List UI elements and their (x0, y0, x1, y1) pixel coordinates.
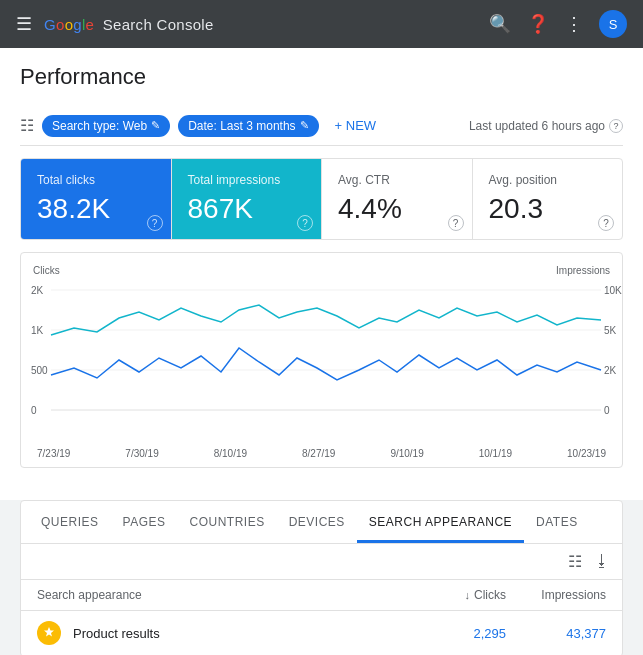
row-product-results-impressions: 43,377 (506, 626, 606, 641)
tab-dates[interactable]: DATES (524, 501, 590, 543)
date-chip[interactable]: Date: Last 3 months ✎ (178, 115, 318, 137)
app-header: ☰ Google Search Console 🔍 ❓ ⋮ S (0, 0, 643, 48)
svg-text:1K: 1K (31, 325, 44, 336)
table-row: Product results 2,295 43,377 (21, 611, 622, 655)
metrics-row: Total clicks 38.2K ? Total impressions 8… (20, 158, 623, 240)
chart-axis-labels: Clicks Impressions (29, 265, 614, 276)
left-axis-label: Clicks (33, 265, 60, 276)
total-clicks-card: Total clicks 38.2K ? (21, 159, 172, 239)
filter-bar: ☷ Search type: Web ✎ Date: Last 3 months… (20, 106, 623, 146)
tabs-row: QUERIES PAGES COUNTRIES DEVICES SEARCH A… (21, 501, 622, 544)
date-label-2: 7/30/19 (125, 448, 158, 459)
row-product-results-label: Product results (73, 626, 406, 641)
total-impressions-value: 867K (188, 193, 306, 225)
avg-ctr-label: Avg. CTR (338, 173, 456, 187)
date-label-3: 8/10/19 (214, 448, 247, 459)
svg-text:2K: 2K (31, 285, 44, 296)
svg-text:500: 500 (31, 365, 48, 376)
svg-text:5K: 5K (604, 325, 617, 336)
table-toolbar: ☷ ⭳ (21, 544, 622, 580)
right-axis-label: Impressions (556, 265, 610, 276)
avg-position-card: Avg. position 20.3 ? (473, 159, 623, 239)
tab-queries[interactable]: QUERIES (29, 501, 111, 543)
col-header-clicks[interactable]: ↓ Clicks (406, 588, 506, 602)
date-label-1: 7/23/19 (37, 448, 70, 459)
page-content: Performance ☷ Search type: Web ✎ Date: L… (0, 48, 643, 500)
avg-ctr-card: Avg. CTR 4.4% ? (322, 159, 473, 239)
search-type-chip[interactable]: Search type: Web ✎ (42, 115, 170, 137)
svg-text:0: 0 (31, 405, 37, 416)
info-icon: ? (609, 119, 623, 133)
row-product-results-clicks: 2,295 (406, 626, 506, 641)
chart-svg: 2K 1K 500 0 10K 5K 2K 0 (29, 280, 630, 440)
sort-down-icon: ↓ (465, 589, 471, 601)
col-header-impressions: Impressions (506, 588, 606, 602)
table-header: Search appearance ↓ Clicks Impressions (21, 580, 622, 611)
tab-countries[interactable]: COUNTRIES (177, 501, 276, 543)
last-updated: Last updated 6 hours ago ? (469, 119, 623, 133)
svg-text:0: 0 (604, 405, 610, 416)
search-icon[interactable]: 🔍 (489, 13, 511, 35)
total-clicks-label: Total clicks (37, 173, 155, 187)
chart-svg-wrapper: 2K 1K 500 0 10K 5K 2K 0 (29, 280, 614, 444)
help-icon[interactable]: ❓ (527, 13, 549, 35)
edit-icon: ✎ (151, 119, 160, 132)
total-impressions-label: Total impressions (188, 173, 306, 187)
tab-devices[interactable]: DEVICES (277, 501, 357, 543)
date-label-6: 10/1/19 (479, 448, 512, 459)
date-label-4: 8/27/19 (302, 448, 335, 459)
chart-dates: 7/23/19 7/30/19 8/10/19 8/27/19 9/10/19 … (29, 444, 614, 459)
arrow-icon (42, 626, 56, 640)
menu-icon[interactable]: ☰ (16, 13, 32, 35)
date-label-7: 10/23/19 (567, 448, 606, 459)
avg-ctr-value: 4.4% (338, 193, 456, 225)
tab-search-appearance[interactable]: SEARCH APPEARANCE (357, 501, 524, 543)
filter-rows-icon[interactable]: ☷ (568, 552, 582, 571)
ctr-help-icon[interactable]: ? (448, 215, 464, 231)
avg-position-label: Avg. position (489, 173, 607, 187)
product-results-icon (37, 621, 61, 645)
avg-position-value: 20.3 (489, 193, 607, 225)
performance-chart: Clicks Impressions 2K 1K 500 0 10K 5K 2K… (20, 252, 623, 468)
total-clicks-value: 38.2K (37, 193, 155, 225)
header-icons: 🔍 ❓ ⋮ S (489, 10, 627, 38)
tab-pages[interactable]: PAGES (111, 501, 178, 543)
app-logo: Google Search Console (44, 16, 214, 33)
apps-icon[interactable]: ⋮ (565, 13, 583, 35)
clicks-help-icon[interactable]: ? (147, 215, 163, 231)
impressions-help-icon[interactable]: ? (297, 215, 313, 231)
svg-text:10K: 10K (604, 285, 622, 296)
filter-icon: ☷ (20, 116, 34, 135)
new-filter-button[interactable]: + NEW (327, 114, 385, 137)
avatar[interactable]: S (599, 10, 627, 38)
total-impressions-card: Total impressions 867K ? (172, 159, 323, 239)
download-icon[interactable]: ⭳ (594, 552, 610, 571)
page-title: Performance (20, 64, 623, 90)
date-label-5: 9/10/19 (390, 448, 423, 459)
position-help-icon[interactable]: ? (598, 215, 614, 231)
col-header-label: Search appearance (37, 588, 406, 602)
tabs-section: QUERIES PAGES COUNTRIES DEVICES SEARCH A… (20, 500, 623, 655)
edit-icon-2: ✎ (300, 119, 309, 132)
svg-text:2K: 2K (604, 365, 617, 376)
